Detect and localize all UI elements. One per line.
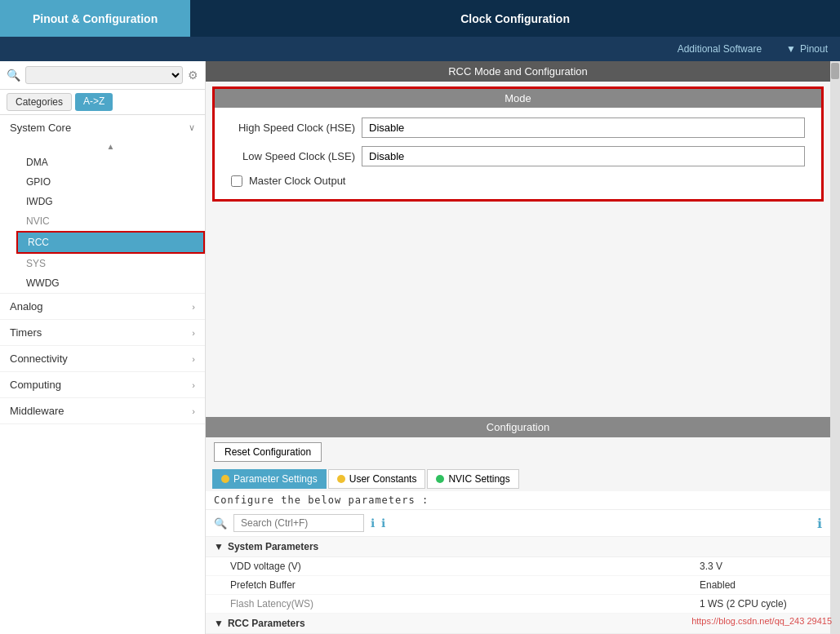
dot-user xyxy=(337,475,345,483)
group-computing: Computing › xyxy=(0,372,205,398)
search-bar: 🔍 ⚙ xyxy=(0,61,205,90)
group-connectivity-header[interactable]: Connectivity › xyxy=(0,346,205,371)
sidebar-content: System Core ∨ ▲ DMA GPIO IWDG NVIC RCC S… xyxy=(0,115,205,634)
hse-label: High Speed Clock (HSE) xyxy=(231,122,362,134)
group-connectivity: Connectivity › xyxy=(0,346,205,372)
config-tabs: Parameter Settings User Constants NVIC S… xyxy=(206,467,830,491)
config-section-title: Configuration xyxy=(206,417,830,437)
tab-atoz[interactable]: A->Z xyxy=(75,93,113,111)
param-value-vdd: 3.3 V xyxy=(700,561,822,572)
info-icon-right[interactable]: ℹ xyxy=(817,516,822,531)
mode-section: Mode High Speed Clock (HSE) Disable BYPA… xyxy=(212,86,824,202)
tab-pinout[interactable]: ▼ Pinout xyxy=(774,37,840,61)
tab-pinout-config[interactable]: Pinout & Configuration xyxy=(0,0,190,37)
content-area: RCC Mode and Configuration Mode High Spe… xyxy=(206,61,830,634)
group-middleware-header[interactable]: Middleware › xyxy=(0,398,205,423)
param-name-vdd: VDD voltage (V) xyxy=(230,561,700,572)
group-timers: Timers › xyxy=(0,320,205,346)
sidebar-item-dma[interactable]: DMA xyxy=(16,153,205,172)
param-value-flash: 1 WS (2 CPU cycle) xyxy=(700,598,822,610)
lse-select[interactable]: Disable BYPASS Clock Source Crystal/Cera… xyxy=(362,146,805,166)
param-search-row: 🔍 ℹ ℹ ℹ xyxy=(206,510,830,537)
group-system-core: System Core ∨ ▲ DMA GPIO IWDG NVIC RCC S… xyxy=(0,115,205,294)
tab-nvic-settings[interactable]: NVIC Settings xyxy=(427,469,518,489)
search-icon: 🔍 xyxy=(7,69,20,82)
info-icon-2[interactable]: ℹ xyxy=(381,517,385,530)
search-select[interactable] xyxy=(25,66,183,84)
config-toolbar: Reset Configuration xyxy=(206,437,830,467)
hse-row: High Speed Clock (HSE) Disable BYPASS Cl… xyxy=(231,117,805,138)
gear-icon[interactable]: ⚙ xyxy=(188,69,198,82)
tab-user-constants[interactable]: User Constants xyxy=(328,469,426,489)
chevron-analog-icon: › xyxy=(192,302,195,312)
main-layout: 🔍 ⚙ Categories A->Z System Core ∨ xyxy=(0,61,840,634)
mco-row: Master Clock Output xyxy=(231,175,805,187)
system-core-items: ▲ DMA GPIO IWDG NVIC RCC SYS WWDG xyxy=(0,140,205,293)
chevron-connectivity-icon: › xyxy=(192,354,195,364)
chevron-icon: ∨ xyxy=(189,122,195,133)
lse-select-wrapper: Disable BYPASS Clock Source Crystal/Cera… xyxy=(362,146,805,166)
scroll-up: ▲ xyxy=(16,140,205,153)
system-params-header[interactable]: ▼ System Parameters xyxy=(206,537,830,557)
spacer xyxy=(206,206,830,417)
param-row-flash: Flash Latency(WS) 1 WS (2 CPU cycle) xyxy=(206,595,830,614)
expand-rcc-icon: ▼ xyxy=(214,618,224,629)
watermark: https://blog.csdn.net/qq_243 29415 xyxy=(691,616,832,626)
sidebar-item-iwdg[interactable]: IWDG xyxy=(16,192,205,211)
lse-label: Low Speed Clock (LSE) xyxy=(231,150,362,162)
dot-nvic xyxy=(436,475,444,483)
tab-parameter-settings[interactable]: Parameter Settings xyxy=(212,469,327,489)
chevron-computing-icon: › xyxy=(192,380,195,390)
group-timers-header[interactable]: Timers › xyxy=(0,320,205,345)
tab-additional-software[interactable]: Additional Software xyxy=(665,37,774,61)
group-system-core-header[interactable]: System Core ∨ xyxy=(0,115,205,140)
group-analog-header[interactable]: Analog › xyxy=(0,294,205,319)
scrollbar-thumb[interactable] xyxy=(831,63,839,79)
param-row-prefetch: Prefetch Buffer Enabled xyxy=(206,576,830,595)
tab-categories[interactable]: Categories xyxy=(7,93,72,111)
mco-label: Master Clock Output xyxy=(249,175,346,187)
sidebar-item-nvic[interactable]: NVIC xyxy=(16,211,205,231)
hse-select-wrapper: Disable BYPASS Clock Source Crystal/Cera… xyxy=(362,117,805,138)
param-value-prefetch: Enabled xyxy=(700,579,822,591)
group-computing-header[interactable]: Computing › xyxy=(0,372,205,397)
right-scrollbar[interactable] xyxy=(830,61,840,634)
info-icon-1[interactable]: ℹ xyxy=(371,517,375,530)
category-tabs: Categories A->Z xyxy=(0,90,205,115)
configure-params-text: Configure the below parameters : xyxy=(206,491,830,510)
sidebar: 🔍 ⚙ Categories A->Z System Core ∨ xyxy=(0,61,206,634)
param-name-prefetch: Prefetch Buffer xyxy=(230,579,700,591)
rcc-mode-title: RCC Mode and Configuration xyxy=(206,61,830,82)
dot-param xyxy=(221,475,229,483)
lse-row: Low Speed Clock (LSE) Disable BYPASS Clo… xyxy=(231,146,805,166)
group-analog: Analog › xyxy=(0,294,205,320)
param-row-vdd: VDD voltage (V) 3.3 V xyxy=(206,557,830,576)
reset-config-button[interactable]: Reset Configuration xyxy=(214,442,322,462)
param-name-flash: Flash Latency(WS) xyxy=(230,598,700,610)
mco-checkbox[interactable] xyxy=(231,175,242,187)
sidebar-item-rcc[interactable]: RCC xyxy=(16,231,205,254)
param-search-input[interactable] xyxy=(233,514,364,532)
top-tabs: Pinout & Configuration Clock Configurati… xyxy=(0,0,840,37)
chevron-timers-icon: › xyxy=(192,328,195,338)
sidebar-item-wwdg[interactable]: WWDG xyxy=(16,273,205,293)
param-search-icon: 🔍 xyxy=(214,517,227,530)
tab-clock-config[interactable]: Clock Configuration xyxy=(190,0,840,37)
sidebar-item-gpio[interactable]: GPIO xyxy=(16,172,205,192)
mode-section-title: Mode xyxy=(215,89,821,108)
chevron-middleware-icon: › xyxy=(192,406,195,416)
group-middleware: Middleware › xyxy=(0,398,205,424)
hse-select[interactable]: Disable BYPASS Clock Source Crystal/Cera… xyxy=(362,117,805,138)
sub-tabs: Additional Software ▼ Pinout xyxy=(0,37,840,61)
expand-system-icon: ▼ xyxy=(214,541,224,552)
sidebar-item-sys[interactable]: SYS xyxy=(16,254,205,273)
